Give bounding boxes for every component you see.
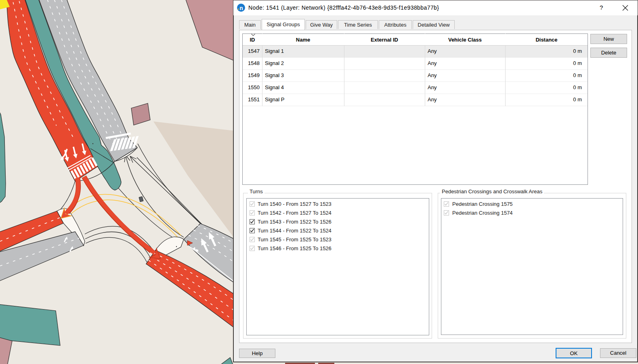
svg-text:n: n	[239, 5, 243, 11]
